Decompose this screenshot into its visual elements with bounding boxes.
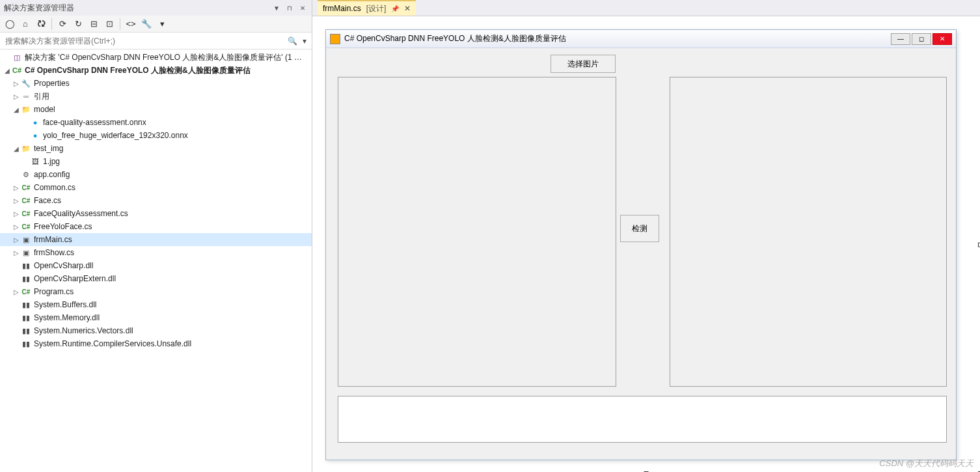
folder-icon: 📁 bbox=[21, 104, 31, 115]
picturebox-left[interactable] bbox=[338, 77, 616, 387]
onnx-file-icon: ● bbox=[30, 130, 40, 141]
file-sysruntime-dll[interactable]: ▮▮ System.Runtime.CompilerServices.Unsaf… bbox=[0, 337, 312, 350]
file-fqa-cs[interactable]: ▷ C# FaceQualityAssessment.cs bbox=[0, 207, 312, 220]
expander-icon[interactable]: ▷ bbox=[12, 210, 21, 217]
file-appconfig[interactable]: ⚙ app.config bbox=[0, 168, 312, 181]
file-sysmemory-dll[interactable]: ▮▮ System.Memory.dll bbox=[0, 311, 312, 324]
designer-surface[interactable]: C# OpenCvSharp DNN FreeYOLO 人脸检测&人脸图像质量评… bbox=[312, 16, 980, 472]
file-opencvsharp-dll[interactable]: ▮▮ OpenCvSharp.dll bbox=[0, 259, 312, 272]
search-dropdown-icon[interactable]: ▾ bbox=[300, 36, 309, 46]
csharp-file-icon: C# bbox=[21, 208, 31, 219]
form-file-icon: ▣ bbox=[21, 247, 31, 258]
preview-icon[interactable]: ▾ bbox=[155, 17, 169, 31]
sync-icon[interactable]: 🗘 bbox=[34, 17, 48, 31]
tree-item-label: frmShow.cs bbox=[34, 248, 309, 257]
select-image-button[interactable]: 选择图片 bbox=[551, 55, 616, 73]
show-all-icon[interactable]: ⊡ bbox=[102, 17, 116, 31]
tree-item-label: Program.cs bbox=[34, 287, 309, 296]
properties-node[interactable]: ▷ 🔧 Properties bbox=[0, 77, 312, 90]
csharp-file-icon: C# bbox=[21, 182, 31, 193]
solution-explorer-header: 解决方案资源管理器 ▼ ⊓ ✕ bbox=[0, 0, 312, 16]
expander-icon[interactable]: ◢ bbox=[12, 106, 21, 113]
close-icon[interactable]: ✕ bbox=[404, 4, 411, 13]
view-code-icon[interactable]: <> bbox=[124, 17, 138, 31]
file-opencvsharpextern-dll[interactable]: ▮▮ OpenCvSharpExtern.dll bbox=[0, 272, 312, 285]
document-tab-bar: frmMain.cs [设计] 📌 ✕ bbox=[312, 0, 980, 16]
dropdown-icon[interactable]: ▼ bbox=[271, 3, 282, 13]
tree-item-label: System.Memory.dll bbox=[34, 313, 309, 322]
file-yolo-onnx[interactable]: ● yolo_free_huge_widerface_192x320.onnx bbox=[0, 129, 312, 142]
tab-filename: frmMain.cs bbox=[323, 4, 361, 13]
project-node[interactable]: ◢ C# C# OpenCvSharp DNN FreeYOLO 人脸检测&人脸… bbox=[0, 64, 312, 77]
folder-model-node[interactable]: ◢ 📁 model bbox=[0, 103, 312, 116]
tree-item-label: 引用 bbox=[34, 91, 309, 102]
minimize-button[interactable]: — bbox=[891, 33, 910, 45]
pending-icon[interactable]: ⟳ bbox=[55, 17, 70, 31]
pin-icon[interactable]: 📌 bbox=[391, 5, 399, 12]
file-freeyolo-cs[interactable]: ▷ C# FreeYoloFace.cs bbox=[0, 220, 312, 233]
tree-item-label: frmMain.cs bbox=[34, 235, 309, 244]
expander-icon[interactable]: ▷ bbox=[12, 93, 21, 100]
form-file-icon: ▣ bbox=[21, 234, 31, 245]
file-1jpg[interactable]: 🖼 1.jpg bbox=[0, 155, 312, 168]
tree-item-label: FreeYoloFace.cs bbox=[34, 222, 309, 231]
expander-icon[interactable]: ▷ bbox=[12, 249, 21, 257]
dll-file-icon: ▮▮ bbox=[21, 273, 31, 284]
properties-icon[interactable]: 🔧 bbox=[139, 17, 154, 31]
solution-label: 解决方案 'C# OpenCvSharp DNN FreeYOLO 人脸检测&人… bbox=[25, 52, 309, 63]
close-button[interactable]: ✕ bbox=[932, 33, 952, 45]
collapse-icon[interactable]: ⊟ bbox=[87, 17, 101, 31]
close-icon[interactable]: ✕ bbox=[297, 3, 308, 13]
home-icon[interactable]: ⌂ bbox=[18, 17, 33, 31]
search-input[interactable] bbox=[3, 35, 285, 47]
file-fqa-onnx[interactable]: ● face-quality-assessment.onnx bbox=[0, 116, 312, 129]
output-textbox[interactable] bbox=[338, 396, 947, 443]
csharp-project-icon: C# bbox=[12, 65, 22, 76]
folder-testimg-node[interactable]: ◢ 📁 test_img bbox=[0, 142, 312, 155]
solution-explorer-panel: 解决方案资源管理器 ▼ ⊓ ✕ ◯ ⌂ 🗘 ⟳ ↻ ⊟ ⊡ <> 🔧 ▾ 🔍 ▾… bbox=[0, 0, 312, 472]
maximize-button[interactable]: ◻ bbox=[912, 33, 931, 45]
project-label: C# OpenCvSharp DNN FreeYOLO 人脸检测&人脸图像质量评… bbox=[25, 65, 309, 76]
tree-item-label: model bbox=[34, 105, 309, 114]
expander-icon[interactable]: ▷ bbox=[12, 197, 21, 204]
folder-icon: 📁 bbox=[21, 143, 31, 154]
expander-icon[interactable]: ◢ bbox=[3, 67, 12, 74]
references-icon: ▫▫ bbox=[21, 91, 31, 102]
winform-preview[interactable]: C# OpenCvSharp DNN FreeYOLO 人脸检测&人脸图像质量评… bbox=[325, 29, 957, 460]
file-frmshow-cs[interactable]: ▷ ▣ frmShow.cs bbox=[0, 246, 312, 259]
refresh-icon[interactable]: ↻ bbox=[71, 17, 85, 31]
pin-icon[interactable]: ⊓ bbox=[284, 3, 295, 13]
search-icon[interactable]: 🔍 bbox=[285, 36, 300, 46]
dll-file-icon: ▮▮ bbox=[21, 312, 31, 323]
expander-icon[interactable]: ▷ bbox=[12, 80, 21, 87]
file-common-cs[interactable]: ▷ C# Common.cs bbox=[0, 181, 312, 194]
expander-icon[interactable]: ▷ bbox=[12, 236, 21, 243]
references-node[interactable]: ▷ ▫▫ 引用 bbox=[0, 90, 312, 103]
solution-explorer-toolbar: ◯ ⌂ 🗘 ⟳ ↻ ⊟ ⊡ <> 🔧 ▾ bbox=[0, 16, 312, 33]
expander-icon[interactable]: ▷ bbox=[12, 223, 21, 230]
csharp-file-icon: C# bbox=[21, 195, 31, 206]
expander-icon[interactable]: ▷ bbox=[12, 184, 21, 191]
file-sysbuffers-dll[interactable]: ▮▮ System.Buffers.dll bbox=[0, 298, 312, 311]
tree-item-label: face-quality-assessment.onnx bbox=[43, 118, 309, 127]
dll-file-icon: ▮▮ bbox=[21, 326, 31, 336]
picturebox-right[interactable] bbox=[670, 77, 947, 387]
detect-button[interactable]: 检测 bbox=[620, 215, 659, 242]
tree-item-label: FaceQualityAssessment.cs bbox=[34, 209, 309, 218]
tree-item-label: test_img bbox=[34, 144, 309, 153]
tree-item-label: System.Buffers.dll bbox=[34, 300, 309, 309]
expander-icon[interactable]: ▷ bbox=[12, 288, 21, 296]
winform-titlebar: C# OpenCvSharp DNN FreeYOLO 人脸检测&人脸图像质量评… bbox=[326, 30, 956, 48]
file-face-cs[interactable]: ▷ C# Face.cs bbox=[0, 194, 312, 207]
back-icon[interactable]: ◯ bbox=[3, 17, 17, 31]
winform-title-text: C# OpenCvSharp DNN FreeYOLO 人脸检测&人脸图像质量评… bbox=[344, 33, 891, 44]
file-sysnumerics-dll[interactable]: ▮▮ System.Numerics.Vectors.dll bbox=[0, 324, 312, 337]
tree-item-label: OpenCvSharpExtern.dll bbox=[34, 274, 309, 283]
file-frmmain-cs[interactable]: ▷ ▣ frmMain.cs bbox=[0, 233, 312, 246]
file-program-cs[interactable]: ▷ C# Program.cs bbox=[0, 285, 312, 298]
expander-icon[interactable]: ◢ bbox=[12, 145, 21, 152]
winform-body: 选择图片 检测 bbox=[326, 48, 956, 460]
document-tab[interactable]: frmMain.cs [设计] 📌 ✕ bbox=[318, 0, 416, 16]
csharp-file-icon: C# bbox=[21, 286, 31, 297]
solution-node[interactable]: ◫ 解决方案 'C# OpenCvSharp DNN FreeYOLO 人脸检测… bbox=[0, 51, 312, 64]
